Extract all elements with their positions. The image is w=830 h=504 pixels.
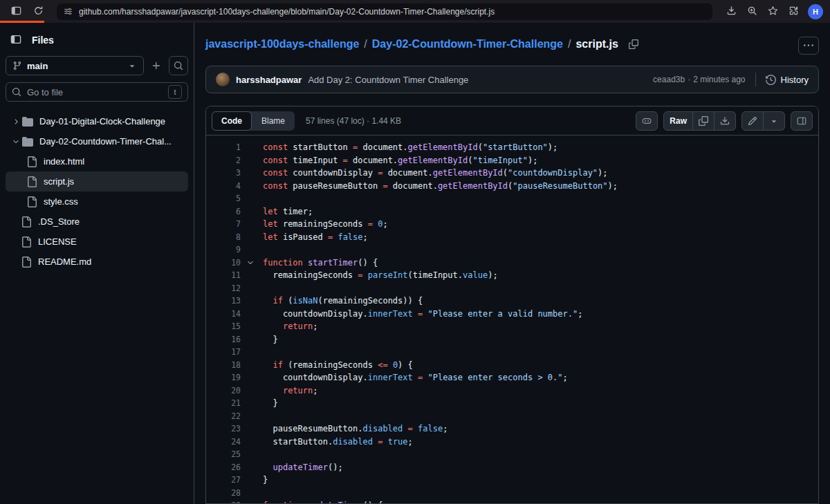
reload-button[interactable] xyxy=(29,3,47,21)
line-number[interactable]: 8 xyxy=(206,232,241,242)
add-file-button[interactable] xyxy=(147,56,166,75)
downloads-button[interactable] xyxy=(722,3,740,21)
search-icon xyxy=(12,87,21,97)
loading-progress-bar xyxy=(0,21,44,23)
copy-icon xyxy=(699,116,708,126)
tree-item-script-js[interactable]: script.js xyxy=(6,171,188,192)
line-number[interactable]: 5 xyxy=(206,194,241,203)
history-button[interactable]: History xyxy=(766,75,809,85)
line-number[interactable]: 7 xyxy=(206,219,241,229)
line-number[interactable]: 27 xyxy=(206,475,241,485)
fold-chevron-icon[interactable] xyxy=(241,501,260,503)
extensions-button[interactable] xyxy=(784,3,802,21)
tab-blame[interactable]: Blame xyxy=(252,111,295,131)
code-row: 12 xyxy=(206,282,818,295)
site-settings-icon[interactable] xyxy=(64,7,73,16)
symbols-panel-button[interactable] xyxy=(791,111,813,131)
chevron-down-icon[interactable] xyxy=(10,136,22,147)
address-bar[interactable]: github.com/harsshadpawar/javascript-100d… xyxy=(57,3,712,20)
line-number[interactable]: 2 xyxy=(206,156,241,165)
raw-button[interactable]: Raw xyxy=(663,111,693,131)
copy-raw-button[interactable] xyxy=(693,111,714,131)
line-number[interactable]: 15 xyxy=(206,321,241,331)
line-number[interactable]: 4 xyxy=(206,181,241,191)
code-row: 25 xyxy=(206,448,818,461)
search-this-repo-button[interactable] xyxy=(169,56,188,75)
zoom-button[interactable] xyxy=(743,3,761,21)
tree-item-index-html[interactable]: index.html xyxy=(6,151,188,171)
edit-button[interactable] xyxy=(741,111,764,131)
tree-item-label: index.html xyxy=(44,156,84,167)
line-number[interactable]: 24 xyxy=(206,437,241,447)
copilot-button[interactable] xyxy=(636,111,658,131)
copy-icon xyxy=(629,39,638,49)
code-card: Code Blame 57 lines (47 loc) · 1.44 KB R… xyxy=(205,106,819,504)
breadcrumb-file-name: script.js xyxy=(575,38,618,50)
browser-sidebar-toggle-button[interactable] xyxy=(7,3,25,21)
go-to-file-box[interactable]: t xyxy=(6,82,188,102)
tree-item-day-02-countdown-timer-chal-[interactable]: Day-02-Countdown-Timer-Chal... xyxy=(6,131,188,151)
commit-message[interactable]: Add Day 2: Countdown Timer Challenge xyxy=(308,75,468,85)
more-options-button[interactable] xyxy=(798,37,819,55)
line-number[interactable]: 17 xyxy=(206,347,241,357)
breadcrumb-repo-link[interactable]: javascript-100days-challenge xyxy=(205,38,359,50)
file-icon xyxy=(21,216,32,227)
download-raw-button[interactable] xyxy=(714,111,736,131)
commit-sha[interactable]: ceaad3b xyxy=(653,75,685,84)
line-number[interactable]: 20 xyxy=(206,386,241,395)
browser-profile-avatar[interactable]: H xyxy=(808,4,823,19)
chevron-right-icon[interactable] xyxy=(10,116,22,127)
go-to-file-input[interactable] xyxy=(27,87,163,97)
line-number[interactable]: 28 xyxy=(206,488,241,498)
tree-item-day-01-digital-clock-challenge[interactable]: Day-01-Digital-Clock-Challenge xyxy=(6,111,188,131)
code-line-text: } xyxy=(260,398,278,408)
tree-item-style-css[interactable]: style.css xyxy=(6,192,188,212)
code-row: 22 xyxy=(206,410,818,423)
bookmark-star-button[interactable] xyxy=(764,3,782,21)
commit-author-avatar[interactable] xyxy=(216,73,230,86)
line-number[interactable]: 1 xyxy=(206,142,241,152)
line-number[interactable]: 11 xyxy=(206,270,241,280)
code-line-text: countdownDisplay.innerText = "Please ent… xyxy=(260,373,568,382)
tree-item-license[interactable]: LICENSE xyxy=(6,232,188,252)
search-icon xyxy=(174,61,183,71)
line-number[interactable]: 25 xyxy=(206,449,241,459)
code-line-text: return; xyxy=(260,386,318,395)
breadcrumb-folder-link[interactable]: Day-02-Countdown-Timer-Challenge xyxy=(372,38,563,50)
tree-item-readme-md[interactable]: README.md xyxy=(6,252,188,272)
code-row: 10function startTimer() { xyxy=(206,256,818,270)
line-number[interactable]: 9 xyxy=(206,245,241,254)
line-number[interactable]: 19 xyxy=(206,373,241,382)
fold-chevron-icon[interactable] xyxy=(241,259,260,267)
file-icon xyxy=(21,256,32,268)
line-number[interactable]: 23 xyxy=(206,424,241,433)
line-number[interactable]: 22 xyxy=(206,411,241,421)
line-number[interactable]: 10 xyxy=(206,258,241,268)
code-row: 18 if (remainingSeconds <= 0) { xyxy=(206,359,818,372)
commit-author[interactable]: harsshadpawar xyxy=(236,75,302,85)
line-number[interactable]: 16 xyxy=(206,335,241,344)
line-number[interactable]: 18 xyxy=(206,360,241,370)
line-number[interactable]: 12 xyxy=(206,283,241,293)
edit-dropdown-button[interactable] xyxy=(764,111,785,131)
branch-selector[interactable]: main xyxy=(6,56,144,75)
line-number[interactable]: 21 xyxy=(206,398,241,408)
reload-icon xyxy=(33,6,44,18)
branch-row: main xyxy=(6,56,188,75)
collapse-file-tree-button[interactable] xyxy=(8,32,24,48)
tab-code[interactable]: Code xyxy=(212,111,252,131)
copy-path-button[interactable] xyxy=(626,37,641,52)
code-row: 21 } xyxy=(206,397,818,410)
line-number[interactable]: 14 xyxy=(206,309,241,319)
triangle-down-icon xyxy=(769,116,779,126)
line-number[interactable]: 26 xyxy=(206,463,241,472)
line-number[interactable]: 6 xyxy=(206,207,241,216)
tree-item--ds-store[interactable]: .DS_Store xyxy=(6,212,188,232)
code-row: 27} xyxy=(206,474,818,487)
line-number[interactable]: 3 xyxy=(206,168,241,178)
line-number[interactable]: 13 xyxy=(206,296,241,306)
code-line-text: countdownDisplay.innerText = "Please ent… xyxy=(260,309,582,319)
symbols-panel-icon xyxy=(797,116,806,126)
sidebar-toggle-icon xyxy=(11,6,21,18)
line-number[interactable]: 29 xyxy=(206,501,241,503)
